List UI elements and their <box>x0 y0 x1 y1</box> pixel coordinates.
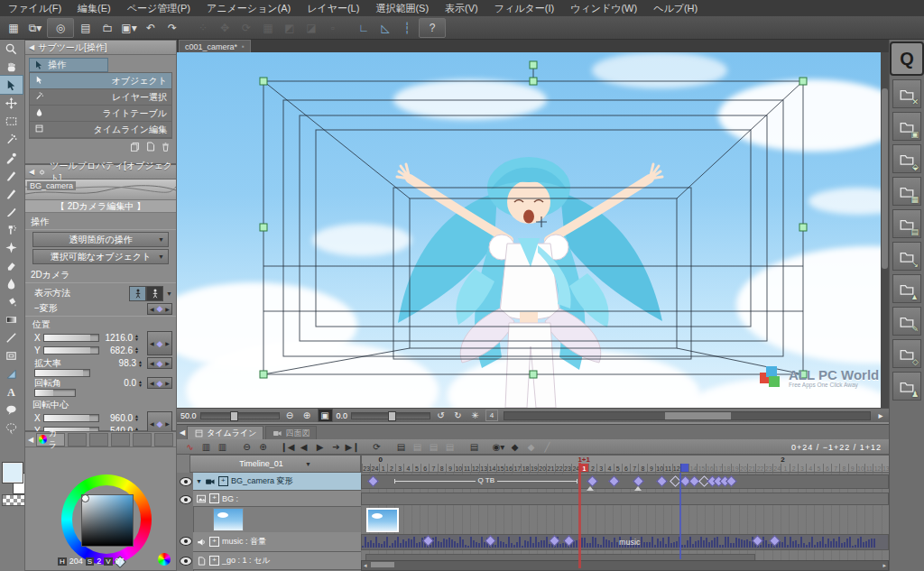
rotate-ccw-icon[interactable]: ↺ <box>434 410 448 421</box>
onion-prev-icon[interactable]: ▥ <box>199 440 214 454</box>
track-header-image[interactable]: +BG : <box>193 491 361 507</box>
ruler-frame[interactable]: 1 <box>781 464 789 473</box>
ruler-frame[interactable]: 23 <box>362 464 370 473</box>
timeline-name-dropdown[interactable]: Timeline_01 ▼ <box>189 455 361 473</box>
fill-tool[interactable] <box>0 292 23 310</box>
ruler-tool[interactable] <box>0 364 23 382</box>
scale-value[interactable]: 98.3 <box>119 358 136 368</box>
open-file-icon[interactable]: 🗀 <box>97 19 117 37</box>
ruler-frame[interactable]: 11 <box>462 464 470 473</box>
center-x-value[interactable]: 960.0 <box>99 413 133 423</box>
ruler-frame[interactable]: 10 <box>655 464 663 473</box>
ruler-frame[interactable]: 10 <box>454 464 462 473</box>
ruler-frame[interactable]: 8 <box>839 464 847 473</box>
ruler-frame[interactable]: 13 <box>479 464 487 473</box>
view-mode-dark-button[interactable] <box>146 286 163 301</box>
track-visibility-icon[interactable]: ◉▾ <box>491 440 506 454</box>
frame-border-tool[interactable] <box>0 346 23 364</box>
eyedropper-tool[interactable] <box>0 148 23 166</box>
ruler-frame[interactable]: 8 <box>438 464 446 473</box>
layer-move-tool[interactable] <box>0 94 23 112</box>
ruler-frame[interactable]: 3 <box>798 464 806 473</box>
menu-item-9[interactable]: ヘルプ(H) <box>645 0 706 16</box>
ruler-frame[interactable]: 18 <box>521 464 529 473</box>
ruler-frame[interactable]: 1 <box>379 464 387 473</box>
pos-x-value[interactable]: 1216.0 <box>99 333 133 343</box>
material-arrow-icon[interactable]: ↘ <box>892 242 921 271</box>
material-3dobj-icon[interactable]: ◇ <box>892 339 921 368</box>
playhead-line[interactable] <box>578 463 581 568</box>
new-subtool-icon[interactable] <box>144 141 156 152</box>
menu-item-1[interactable]: 編集(E) <box>69 0 119 16</box>
ruler-frame[interactable]: 23 <box>764 464 772 473</box>
document-tab[interactable]: c001_camera* ▪ <box>179 40 251 52</box>
ruler-frame[interactable]: 4 <box>403 464 411 473</box>
close-icon[interactable]: ▪ <box>242 42 245 51</box>
save-icon[interactable]: ▣▾ <box>119 19 139 37</box>
zoom-out-icon[interactable]: ⊖ <box>239 440 254 454</box>
add-keyframe-icon[interactable]: ◆ <box>507 440 522 454</box>
ruler-frame[interactable]: 13 <box>882 464 889 473</box>
snap-special-icon[interactable]: ◺ <box>375 19 395 37</box>
ruler-frame[interactable]: 4 <box>806 464 814 473</box>
ruler-frame[interactable]: 19 <box>731 464 739 473</box>
transform-keyframe-control[interactable]: ◀◆▶ <box>147 303 172 315</box>
panel-menu-icon[interactable]: ◀ <box>29 43 34 51</box>
copy-subtool-icon[interactable] <box>129 141 141 152</box>
menu-item-0[interactable]: ファイル(F) <box>0 0 69 16</box>
spinner-icon[interactable]: ▲▼ <box>134 346 139 354</box>
ruler-frame[interactable]: 6 <box>823 464 831 473</box>
go-start-icon[interactable]: ❙◀ <box>280 440 295 454</box>
pencil-tool[interactable] <box>0 184 23 202</box>
zoom-percent-value[interactable]: 50.0 <box>180 411 197 420</box>
menu-item-3[interactable]: アニメーション(A) <box>199 0 299 16</box>
ruler-frame[interactable]: 17 <box>513 464 521 473</box>
saturation-value-square[interactable] <box>81 494 134 547</box>
view-mode-frame-button[interactable] <box>129 286 146 301</box>
ruler-frame[interactable]: 9 <box>647 464 655 473</box>
decoration-tool[interactable] <box>0 238 23 256</box>
rotate-cw-icon[interactable]: ↻ <box>451 410 465 421</box>
spinner-icon[interactable]: ▲▼ <box>138 360 143 367</box>
play-icon[interactable]: ▶ <box>312 440 328 454</box>
spinner-icon[interactable]: ▲▼ <box>138 380 143 387</box>
material-pattern-icon[interactable]: ▦ <box>892 177 921 206</box>
menu-item-8[interactable]: ウィンドウ(W) <box>562 0 645 16</box>
subtool-group-tab[interactable]: 操作 <box>29 58 108 72</box>
expander-icon[interactable]: ▼ <box>196 478 202 484</box>
chevron-down-icon[interactable]: ▼ <box>166 290 172 297</box>
figure-tool[interactable] <box>0 328 23 346</box>
track-content-0[interactable]: Q TB <box>361 473 889 492</box>
subtool-item-1[interactable]: レイヤー選択 <box>30 89 171 106</box>
rotation-angle-value[interactable]: 0.0 <box>337 411 348 420</box>
visibility-eye-icon[interactable] <box>180 537 192 546</box>
new-timeline-icon[interactable]: ▤ <box>393 440 409 454</box>
snap-guide-icon[interactable]: ┆ <box>397 19 417 37</box>
ruler-frame[interactable]: 3 <box>596 464 605 473</box>
ruler-frame[interactable]: 5 <box>412 464 420 473</box>
ruler-frame[interactable]: 14 <box>487 464 495 473</box>
pos-y-value[interactable]: 682.6 <box>99 345 133 355</box>
subtool-item-3[interactable]: タイムライン編集 <box>30 122 171 138</box>
tab-color-wheel[interactable]: カラ <box>36 433 65 447</box>
scale-slider[interactable] <box>34 369 90 377</box>
scroll-right-icon[interactable]: ▸ <box>876 410 885 421</box>
selectable-object-dropdown[interactable]: 選択可能なオブジェクト▼ <box>32 249 169 264</box>
expand-plus-icon[interactable]: + <box>209 556 219 566</box>
material-image-icon[interactable]: ▣ <box>892 112 921 141</box>
rotation-slider[interactable] <box>351 412 430 419</box>
material-pose-icon[interactable]: ♟ <box>892 372 921 401</box>
ruler-frame[interactable]: 24 <box>370 464 378 473</box>
ruler-frame[interactable]: 24 <box>772 464 781 473</box>
loop-icon[interactable]: ⟳ <box>369 440 384 454</box>
panel-menu-icon[interactable]: ◀ <box>180 428 185 437</box>
ruler-frame[interactable]: 20 <box>538 464 546 473</box>
ruler-frame[interactable]: 5 <box>614 464 622 473</box>
ruler-frame[interactable]: 9 <box>446 464 454 473</box>
visibility-eye-icon[interactable] <box>180 557 192 566</box>
ruler-frame[interactable]: 11 <box>663 464 671 473</box>
ruler-frame[interactable]: 16 <box>706 464 714 473</box>
track-content-2[interactable] <box>361 507 889 533</box>
ruler-frame[interactable]: 12 <box>471 464 479 473</box>
blend-tool[interactable] <box>0 274 23 292</box>
